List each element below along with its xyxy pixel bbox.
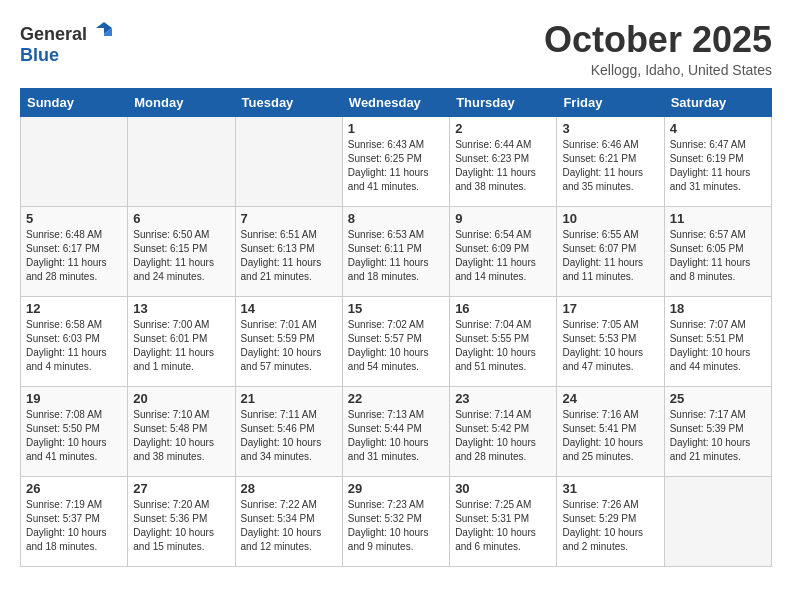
weekday-header-tuesday: Tuesday (235, 88, 342, 116)
day-number: 29 (348, 481, 444, 496)
calendar-cell: 29Sunrise: 7:23 AM Sunset: 5:32 PM Dayli… (342, 476, 449, 566)
calendar-cell: 19Sunrise: 7:08 AM Sunset: 5:50 PM Dayli… (21, 386, 128, 476)
day-info: Sunrise: 7:26 AM Sunset: 5:29 PM Dayligh… (562, 498, 658, 554)
calendar-cell: 31Sunrise: 7:26 AM Sunset: 5:29 PM Dayli… (557, 476, 664, 566)
calendar-cell: 18Sunrise: 7:07 AM Sunset: 5:51 PM Dayli… (664, 296, 771, 386)
weekday-header-row: SundayMondayTuesdayWednesdayThursdayFrid… (21, 88, 772, 116)
calendar-cell: 26Sunrise: 7:19 AM Sunset: 5:37 PM Dayli… (21, 476, 128, 566)
day-info: Sunrise: 7:04 AM Sunset: 5:55 PM Dayligh… (455, 318, 551, 374)
day-info: Sunrise: 7:20 AM Sunset: 5:36 PM Dayligh… (133, 498, 229, 554)
title-block: October 2025 Kellogg, Idaho, United Stat… (544, 20, 772, 78)
week-row-3: 12Sunrise: 6:58 AM Sunset: 6:03 PM Dayli… (21, 296, 772, 386)
day-number: 26 (26, 481, 122, 496)
day-info: Sunrise: 7:10 AM Sunset: 5:48 PM Dayligh… (133, 408, 229, 464)
weekday-header-wednesday: Wednesday (342, 88, 449, 116)
day-info: Sunrise: 7:13 AM Sunset: 5:44 PM Dayligh… (348, 408, 444, 464)
location: Kellogg, Idaho, United States (544, 62, 772, 78)
day-info: Sunrise: 7:00 AM Sunset: 6:01 PM Dayligh… (133, 318, 229, 374)
day-number: 25 (670, 391, 766, 406)
logo-text: General Blue (20, 20, 114, 66)
day-number: 13 (133, 301, 229, 316)
calendar-cell: 3Sunrise: 6:46 AM Sunset: 6:21 PM Daylig… (557, 116, 664, 206)
week-row-4: 19Sunrise: 7:08 AM Sunset: 5:50 PM Dayli… (21, 386, 772, 476)
day-info: Sunrise: 7:25 AM Sunset: 5:31 PM Dayligh… (455, 498, 551, 554)
week-row-1: 1Sunrise: 6:43 AM Sunset: 6:25 PM Daylig… (21, 116, 772, 206)
day-number: 12 (26, 301, 122, 316)
day-number: 3 (562, 121, 658, 136)
calendar-cell: 1Sunrise: 6:43 AM Sunset: 6:25 PM Daylig… (342, 116, 449, 206)
day-number: 1 (348, 121, 444, 136)
day-info: Sunrise: 6:44 AM Sunset: 6:23 PM Dayligh… (455, 138, 551, 194)
calendar-cell: 5Sunrise: 6:48 AM Sunset: 6:17 PM Daylig… (21, 206, 128, 296)
calendar-cell: 24Sunrise: 7:16 AM Sunset: 5:41 PM Dayli… (557, 386, 664, 476)
calendar-cell: 8Sunrise: 6:53 AM Sunset: 6:11 PM Daylig… (342, 206, 449, 296)
day-info: Sunrise: 7:22 AM Sunset: 5:34 PM Dayligh… (241, 498, 337, 554)
calendar-cell (21, 116, 128, 206)
month-title: October 2025 (544, 20, 772, 60)
calendar-cell: 7Sunrise: 6:51 AM Sunset: 6:13 PM Daylig… (235, 206, 342, 296)
day-number: 27 (133, 481, 229, 496)
page-header: General Blue October 2025 Kellogg, Idaho… (20, 20, 772, 78)
calendar-cell: 21Sunrise: 7:11 AM Sunset: 5:46 PM Dayli… (235, 386, 342, 476)
day-info: Sunrise: 6:55 AM Sunset: 6:07 PM Dayligh… (562, 228, 658, 284)
day-number: 28 (241, 481, 337, 496)
calendar-cell: 20Sunrise: 7:10 AM Sunset: 5:48 PM Dayli… (128, 386, 235, 476)
calendar-table: SundayMondayTuesdayWednesdayThursdayFrid… (20, 88, 772, 567)
day-info: Sunrise: 6:46 AM Sunset: 6:21 PM Dayligh… (562, 138, 658, 194)
week-row-2: 5Sunrise: 6:48 AM Sunset: 6:17 PM Daylig… (21, 206, 772, 296)
day-number: 22 (348, 391, 444, 406)
calendar-cell: 6Sunrise: 6:50 AM Sunset: 6:15 PM Daylig… (128, 206, 235, 296)
day-info: Sunrise: 7:07 AM Sunset: 5:51 PM Dayligh… (670, 318, 766, 374)
weekday-header-monday: Monday (128, 88, 235, 116)
calendar-cell: 10Sunrise: 6:55 AM Sunset: 6:07 PM Dayli… (557, 206, 664, 296)
calendar-cell: 15Sunrise: 7:02 AM Sunset: 5:57 PM Dayli… (342, 296, 449, 386)
logo-general: General (20, 24, 87, 44)
calendar-cell: 16Sunrise: 7:04 AM Sunset: 5:55 PM Dayli… (450, 296, 557, 386)
calendar-cell: 4Sunrise: 6:47 AM Sunset: 6:19 PM Daylig… (664, 116, 771, 206)
day-info: Sunrise: 6:50 AM Sunset: 6:15 PM Dayligh… (133, 228, 229, 284)
weekday-header-sunday: Sunday (21, 88, 128, 116)
weekday-header-thursday: Thursday (450, 88, 557, 116)
day-info: Sunrise: 7:17 AM Sunset: 5:39 PM Dayligh… (670, 408, 766, 464)
day-number: 9 (455, 211, 551, 226)
weekday-header-saturday: Saturday (664, 88, 771, 116)
calendar-cell: 12Sunrise: 6:58 AM Sunset: 6:03 PM Dayli… (21, 296, 128, 386)
day-number: 18 (670, 301, 766, 316)
calendar-cell (664, 476, 771, 566)
day-info: Sunrise: 6:57 AM Sunset: 6:05 PM Dayligh… (670, 228, 766, 284)
day-number: 24 (562, 391, 658, 406)
day-info: Sunrise: 6:58 AM Sunset: 6:03 PM Dayligh… (26, 318, 122, 374)
day-number: 31 (562, 481, 658, 496)
day-number: 15 (348, 301, 444, 316)
day-number: 23 (455, 391, 551, 406)
calendar-cell: 9Sunrise: 6:54 AM Sunset: 6:09 PM Daylig… (450, 206, 557, 296)
day-info: Sunrise: 6:51 AM Sunset: 6:13 PM Dayligh… (241, 228, 337, 284)
day-number: 20 (133, 391, 229, 406)
calendar-cell: 13Sunrise: 7:00 AM Sunset: 6:01 PM Dayli… (128, 296, 235, 386)
calendar-cell (235, 116, 342, 206)
calendar-cell: 11Sunrise: 6:57 AM Sunset: 6:05 PM Dayli… (664, 206, 771, 296)
day-info: Sunrise: 6:43 AM Sunset: 6:25 PM Dayligh… (348, 138, 444, 194)
day-number: 8 (348, 211, 444, 226)
day-number: 14 (241, 301, 337, 316)
day-info: Sunrise: 7:02 AM Sunset: 5:57 PM Dayligh… (348, 318, 444, 374)
day-number: 10 (562, 211, 658, 226)
day-info: Sunrise: 7:16 AM Sunset: 5:41 PM Dayligh… (562, 408, 658, 464)
day-number: 16 (455, 301, 551, 316)
calendar-cell: 2Sunrise: 6:44 AM Sunset: 6:23 PM Daylig… (450, 116, 557, 206)
calendar-cell: 27Sunrise: 7:20 AM Sunset: 5:36 PM Dayli… (128, 476, 235, 566)
calendar-cell (128, 116, 235, 206)
weekday-header-friday: Friday (557, 88, 664, 116)
calendar-cell: 25Sunrise: 7:17 AM Sunset: 5:39 PM Dayli… (664, 386, 771, 476)
day-info: Sunrise: 7:05 AM Sunset: 5:53 PM Dayligh… (562, 318, 658, 374)
calendar-cell: 14Sunrise: 7:01 AM Sunset: 5:59 PM Dayli… (235, 296, 342, 386)
day-info: Sunrise: 7:01 AM Sunset: 5:59 PM Dayligh… (241, 318, 337, 374)
day-info: Sunrise: 7:23 AM Sunset: 5:32 PM Dayligh… (348, 498, 444, 554)
day-info: Sunrise: 7:11 AM Sunset: 5:46 PM Dayligh… (241, 408, 337, 464)
day-info: Sunrise: 7:08 AM Sunset: 5:50 PM Dayligh… (26, 408, 122, 464)
day-info: Sunrise: 6:47 AM Sunset: 6:19 PM Dayligh… (670, 138, 766, 194)
day-info: Sunrise: 7:14 AM Sunset: 5:42 PM Dayligh… (455, 408, 551, 464)
calendar-cell: 17Sunrise: 7:05 AM Sunset: 5:53 PM Dayli… (557, 296, 664, 386)
day-number: 11 (670, 211, 766, 226)
day-info: Sunrise: 6:53 AM Sunset: 6:11 PM Dayligh… (348, 228, 444, 284)
